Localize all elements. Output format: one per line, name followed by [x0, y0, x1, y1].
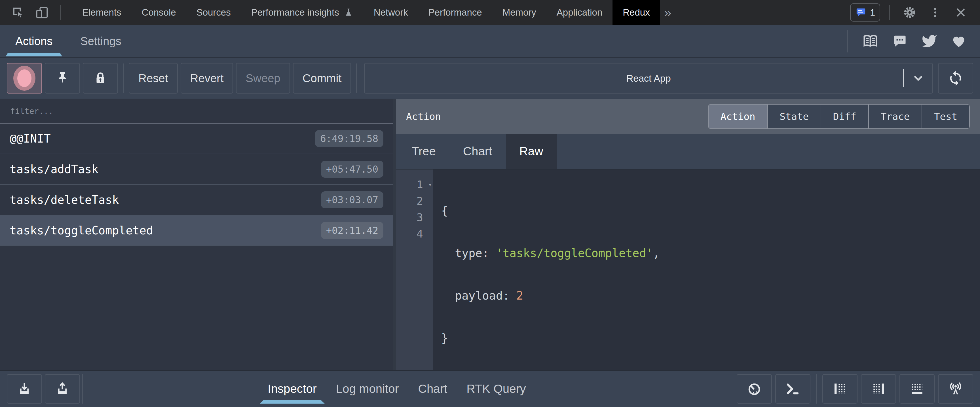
revert-button[interactable]: Revert	[181, 63, 233, 94]
action-row-addtask[interactable]: tasks/addTask +05:47.50	[0, 154, 393, 185]
redux-toolbar: Reset Revert Sweep Commit React App	[0, 58, 980, 99]
tab-test[interactable]: Test	[921, 105, 969, 129]
divider	[123, 64, 124, 93]
record-icon	[13, 66, 35, 91]
instance-selector[interactable]: React App	[364, 63, 933, 94]
redux-nav-bar: Actions Settings	[0, 25, 980, 58]
fold-toggle-icon[interactable]: ▾	[428, 181, 432, 189]
import-icon	[16, 381, 32, 397]
inspector-tab-group: Action State Diff Trace Test	[708, 104, 970, 129]
code-line-1: {	[441, 202, 660, 219]
tab-sources[interactable]: Sources	[186, 0, 241, 25]
terminal-icon	[785, 381, 801, 397]
heart-icon[interactable]	[949, 31, 969, 51]
pin-button[interactable]	[45, 63, 80, 94]
tab-state[interactable]: State	[767, 105, 821, 129]
bottom-bar: Inspector Log monitor Chart RTK Query	[0, 370, 980, 407]
action-name: @@INIT	[10, 132, 51, 145]
bottom-right-controls	[737, 374, 973, 404]
line-number: 3	[396, 209, 433, 226]
tab-settings[interactable]: Settings	[78, 25, 123, 57]
dock-left-button[interactable]	[822, 374, 858, 404]
divider	[82, 374, 83, 404]
chevron-down-icon	[912, 72, 925, 85]
panel-resize-handle[interactable]	[393, 99, 396, 370]
subtab-raw[interactable]: Raw	[506, 134, 557, 169]
kebab-menu-icon[interactable]	[924, 2, 946, 23]
action-row-deletetask[interactable]: tasks/deleteTask +03:03.07	[0, 185, 393, 215]
divider	[60, 5, 61, 20]
lock-button[interactable]	[83, 63, 118, 94]
inspector-header: Action Action State Diff Trace Test	[396, 99, 980, 134]
inspect-element-icon[interactable]	[7, 2, 29, 23]
tab-performance[interactable]: Performance	[418, 0, 492, 25]
tab-network[interactable]: Network	[364, 0, 418, 25]
sweep-button[interactable]: Sweep	[236, 63, 290, 94]
tab-elements[interactable]: Elements	[72, 0, 132, 25]
code-line-3: payload: 2	[441, 288, 660, 304]
action-timestamp: +05:47.50	[321, 161, 383, 178]
tab-diff[interactable]: Diff	[821, 105, 868, 129]
subtab-tree[interactable]: Tree	[398, 134, 449, 169]
action-timestamp: 6:49:19.58	[315, 130, 383, 147]
tab-trace[interactable]: Trace	[868, 105, 921, 129]
inspector-title: Action	[406, 111, 441, 122]
code-line-4: }	[441, 330, 660, 347]
tab-action[interactable]: Action	[709, 105, 767, 129]
docs-book-icon[interactable]	[860, 31, 880, 51]
view-subtabs: Tree Chart Raw	[396, 134, 980, 170]
devtools-tabs: Elements Console Sources Performance ins…	[72, 0, 675, 25]
divider	[889, 5, 890, 20]
dock-bottom-button[interactable]	[899, 374, 935, 404]
close-icon[interactable]	[950, 2, 972, 23]
sync-icon	[947, 70, 964, 86]
divider	[816, 374, 817, 404]
feedback-chat-icon[interactable]	[890, 31, 910, 51]
tab-console[interactable]: Console	[132, 0, 186, 25]
more-tabs-icon[interactable]: »	[660, 6, 675, 19]
filter-input[interactable]	[10, 106, 383, 116]
devtools-top-bar: Elements Console Sources Performance ins…	[0, 0, 980, 25]
tab-actions[interactable]: Actions	[14, 25, 54, 57]
tab-inspector[interactable]: Inspector	[258, 371, 326, 407]
dock-right-button[interactable]	[861, 374, 896, 404]
remote-button[interactable]	[938, 374, 973, 404]
twitter-icon[interactable]	[919, 31, 939, 51]
dispatcher-button[interactable]	[775, 374, 810, 404]
commit-button[interactable]: Commit	[293, 63, 352, 94]
code-viewer: 1 ▾ 2 3 4 { type: 'tasks/toggleCompleted…	[396, 170, 980, 370]
tab-redux[interactable]: Redux	[612, 0, 660, 25]
action-row-init[interactable]: @@INIT 6:49:19.58	[0, 124, 393, 154]
timer-button[interactable]	[737, 374, 772, 404]
gear-icon[interactable]	[899, 2, 920, 23]
sync-button[interactable]	[938, 63, 973, 94]
action-name: tasks/deleteTask	[10, 193, 119, 206]
device-toolbar-icon[interactable]	[31, 2, 53, 23]
redux-nav-icons	[847, 30, 980, 52]
dock-bottom-icon	[909, 381, 925, 397]
instance-name: React App	[365, 73, 932, 84]
action-name: tasks/addTask	[10, 163, 99, 176]
tab-memory[interactable]: Memory	[492, 0, 546, 25]
flask-icon	[344, 8, 353, 17]
record-button[interactable]	[7, 63, 42, 94]
export-button[interactable]	[45, 374, 80, 404]
inspector-panel: Action Action State Diff Trace Test Tree…	[396, 99, 980, 370]
action-name: tasks/toggleCompleted	[10, 224, 153, 237]
divider	[847, 30, 848, 52]
tab-performance-insights[interactable]: Performance insights	[241, 0, 364, 25]
divider	[356, 64, 357, 93]
broadcast-tower-icon	[948, 381, 964, 397]
subtab-chart[interactable]: Chart	[449, 134, 506, 169]
action-row-togglecompleted[interactable]: tasks/toggleCompleted +02:11.42	[0, 215, 393, 246]
line-number: 2	[396, 193, 433, 209]
tab-application[interactable]: Application	[546, 0, 612, 25]
tab-log-monitor[interactable]: Log monitor	[326, 371, 409, 407]
tab-chart[interactable]: Chart	[409, 371, 457, 407]
import-button[interactable]	[7, 374, 42, 404]
reset-button[interactable]: Reset	[129, 63, 178, 94]
monitor-tabs: Inspector Log monitor Chart RTK Query	[258, 371, 536, 407]
issues-button[interactable]: 1	[850, 3, 880, 22]
tab-rtk-query[interactable]: RTK Query	[457, 371, 535, 407]
dock-right-icon	[870, 381, 886, 397]
